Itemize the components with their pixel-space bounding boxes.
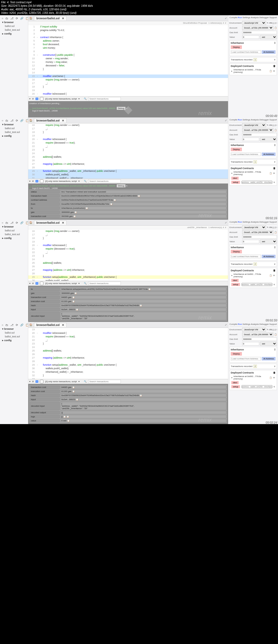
settings-tab[interactable]: Settings (242, 16, 250, 19)
account-select[interactable]: 0xca3...a733c (99.999999999996475 ‡) (242, 26, 273, 30)
run-tab[interactable]: Run (238, 221, 242, 223)
search-input[interactable] (88, 179, 121, 183)
ballot-file[interactable]: ballot.sol (1, 229, 27, 232)
expand-icon[interactable]: ⤢ (225, 17, 227, 20)
github-icon[interactable]: ⎇ (10, 323, 14, 326)
setup-params-input[interactable] (242, 181, 272, 184)
ballot-test-file[interactable]: ballot_test.sol (1, 232, 27, 236)
died-button[interactable]: died (231, 279, 239, 282)
load-address-input[interactable] (231, 255, 261, 258)
expand-icon[interactable]: ⤢ (225, 119, 227, 122)
terminal-output[interactable]: ✓ [vm] from:0xca3...a733c to:Inheritance… (28, 183, 228, 220)
support-tab[interactable]: Support (269, 16, 277, 19)
value-input[interactable] (242, 342, 259, 346)
contract-instance-row[interactable]: ▾Inheritance at 0x692...77b3a (memory)📋✕ (231, 375, 276, 381)
analysis-tab[interactable]: Analysis (251, 16, 259, 19)
copy-icon[interactable]: 📋 (269, 377, 272, 379)
setup-params-input[interactable] (242, 385, 272, 388)
account-select[interactable]: 0xca3...a733c (99.999999999995634 ‡) (242, 332, 273, 337)
run-tab[interactable]: Run (238, 16, 242, 19)
analysis-tab[interactable]: Analysis (251, 323, 259, 325)
folder-icon[interactable]: 🗀 (5, 221, 8, 224)
copy-icon[interactable]: 📋 (269, 70, 272, 72)
load-address-input[interactable] (231, 50, 261, 54)
account-select[interactable]: 0xca3...a733c (99.999999999995634 ‡) (242, 230, 273, 234)
search-icon[interactable]: 🔍 (84, 98, 87, 100)
home-icon[interactable]: 🏠 (29, 17, 32, 20)
debugger-tab[interactable]: Debugger (259, 119, 269, 121)
support-tab[interactable]: Support (269, 323, 277, 325)
ballot-file[interactable]: ballot.sol (1, 331, 27, 335)
circle-icon[interactable]: ○ (2, 323, 3, 326)
support-tab[interactable]: Support (269, 221, 277, 223)
listen-checkbox[interactable] (40, 97, 43, 101)
value-input[interactable] (242, 240, 259, 243)
tx-recorded-section[interactable]: Transactions recorded: 1 ∨ (229, 159, 277, 164)
run-tab[interactable]: Run (238, 323, 242, 325)
folder-icon[interactable]: 🗀 (5, 17, 8, 20)
link-icon[interactable]: 🔗 (20, 221, 23, 224)
ballot-test-file[interactable]: ballot_test.sol (1, 28, 27, 32)
clear-icon[interactable]: ⊘ (32, 282, 34, 285)
gas-input[interactable] (242, 31, 277, 34)
refresh-icon[interactable]: ⟳ (16, 119, 18, 122)
filter-label[interactable]: [2] only remix transactions, script (45, 180, 77, 182)
debugger-tab[interactable]: Debugger (259, 221, 269, 223)
env-select[interactable]: JavaScript VM (242, 21, 266, 25)
contract-instance-row[interactable]: ▾Inheritance at 0x692...77b3a (memory)📋✕ (231, 272, 276, 278)
config-folder[interactable]: ▸ config (1, 134, 27, 138)
circle-icon[interactable]: ○ (2, 17, 3, 20)
expand-icon[interactable]: ⤢ (225, 221, 227, 224)
remove-icon[interactable]: ✕ (273, 172, 275, 175)
refresh-icon[interactable]: ⟳ (16, 17, 18, 20)
trash-icon[interactable]: 🗑 (273, 65, 276, 67)
chevron-down-icon[interactable]: ▾ (29, 282, 30, 285)
ballot-test-file[interactable]: ballot_test.sol (1, 335, 27, 338)
contract-instance-row[interactable]: ▸Inheritance at 0x692...77b3a (memory)📋✕ (231, 68, 276, 74)
compile-tab[interactable]: Compile (229, 221, 237, 223)
died-button[interactable]: died (231, 177, 239, 180)
support-tab[interactable]: Support (269, 119, 277, 121)
setup-button[interactable]: setup (231, 385, 240, 388)
settings-tab[interactable]: Settings (242, 119, 250, 121)
at-address-button[interactable]: At Address (262, 153, 276, 156)
browser-folder[interactable]: ▾ browser (1, 327, 27, 331)
env-select[interactable]: JavaScript VM (242, 328, 266, 332)
search-icon[interactable]: 🔍 (84, 380, 87, 383)
browser-folder[interactable]: ▾ browser (1, 225, 27, 229)
clear-icon[interactable]: ⊘ (32, 380, 34, 383)
gas-input[interactable] (242, 133, 277, 136)
settings-tab[interactable]: Settings (242, 323, 250, 325)
trash-icon[interactable]: 🗑 (273, 269, 276, 272)
close-icon[interactable]: ✕ (62, 17, 64, 20)
link-icon[interactable]: 🔗 (20, 17, 23, 20)
copy-icon[interactable]: 📋 (274, 231, 277, 234)
code-editor[interactable]: 1// import solidity2pragma solidity ^0.4… (28, 25, 228, 96)
folder-icon[interactable]: 🗀 (5, 323, 8, 326)
browser-folder[interactable]: ▾ browser (1, 20, 27, 24)
tx-recorded-section[interactable]: Transactions recorded: 2 ∨ (229, 364, 277, 369)
ballot-file[interactable]: ballot.sol (1, 24, 27, 28)
browser-folder[interactable]: ▾ browser (1, 123, 27, 126)
file-tab[interactable]: browser/ballot.sol ✕ (34, 323, 67, 327)
circle-icon[interactable]: ○ (2, 119, 3, 122)
wei-select[interactable]: wei (260, 35, 277, 39)
remove-icon[interactable]: ✕ (273, 274, 275, 277)
config-folder[interactable]: ▸ config (1, 338, 27, 342)
file-tab[interactable]: browser/ballot.sol ✕ (34, 118, 67, 123)
run-tab[interactable]: Run (238, 119, 242, 121)
filter-label[interactable]: [2] only remix transactions, script (45, 282, 77, 285)
gas-input[interactable] (242, 337, 277, 341)
at-address-button[interactable]: At Address (262, 255, 276, 258)
clear-icon[interactable]: ⊘ (32, 98, 34, 100)
listen-checkbox[interactable] (40, 179, 43, 183)
search-input[interactable] (88, 282, 121, 285)
config-folder[interactable]: ▸ config (1, 236, 27, 240)
code-editor[interactable]: 16 require (msg.sender == owner);17 _;18… (28, 123, 228, 179)
copy-icon[interactable]: 📋 (269, 172, 272, 175)
debugger-tab[interactable]: Debugger (259, 16, 269, 19)
at-address-button[interactable]: At Address (262, 50, 276, 54)
at-address-button[interactable]: At Address (262, 357, 276, 360)
analysis-tab[interactable]: Analysis (251, 221, 259, 223)
compile-tab[interactable]: Compile (229, 16, 237, 19)
